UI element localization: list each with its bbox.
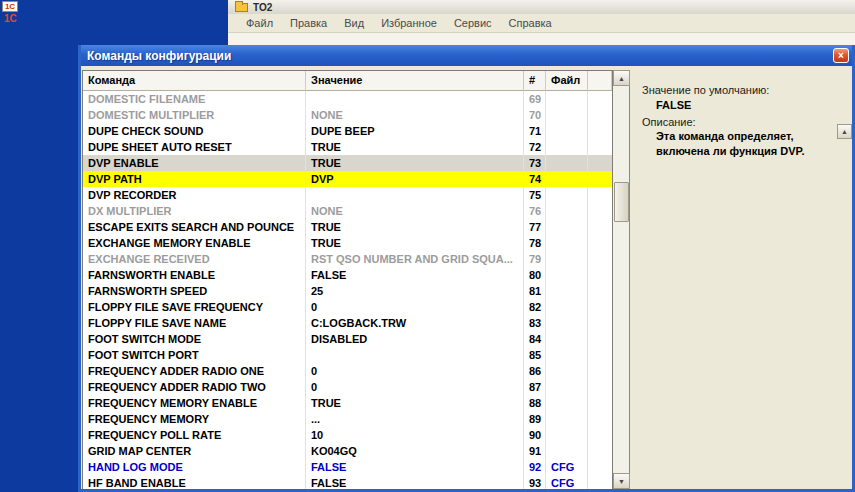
table-row[interactable]: DUPE CHECK SOUNDDUPE BEEP71 <box>83 123 612 139</box>
cell-filler <box>588 107 612 123</box>
cell-filler <box>588 171 612 187</box>
desktop-icon-1c[interactable]: 1С 1С <box>2 1 32 24</box>
cell-command: EXCHANGE RECEIVED <box>83 251 306 267</box>
cell-file <box>546 315 588 331</box>
table-row[interactable]: DVP PATHDVP74 <box>83 171 612 187</box>
table-row[interactable]: DX MULTIPLIERNONE76 <box>83 203 612 219</box>
cell-file <box>546 219 588 235</box>
cell-value: 0 <box>306 299 524 315</box>
column-header-file[interactable]: Файл <box>546 71 588 91</box>
cell-command: DOMESTIC FILENAME <box>83 91 306 107</box>
cell-number: 75 <box>524 187 546 203</box>
cell-number: 77 <box>524 219 546 235</box>
cell-command: FREQUENCY MEMORY <box>83 411 306 427</box>
cell-command: FARNSWORTH SPEED <box>83 283 306 299</box>
table-row[interactable]: FLOPPY FILE SAVE FREQUENCY082 <box>83 299 612 315</box>
menu-item-file[interactable]: Файл <box>246 17 273 29</box>
cell-command: HAND LOG MODE <box>83 459 306 475</box>
description-scroll-up-icon[interactable]: ▲ <box>837 124 852 139</box>
cell-command: FREQUENCY MEMORY ENABLE <box>83 395 306 411</box>
table-row[interactable]: FREQUENCY ADDER RADIO ONE086 <box>83 363 612 379</box>
cell-number: 81 <box>524 283 546 299</box>
cell-file <box>546 283 588 299</box>
table-row[interactable]: DUPE SHEET AUTO RESETTRUE72 <box>83 139 612 155</box>
menu-item-help[interactable]: Справка <box>509 17 552 29</box>
table-row[interactable]: FARNSWORTH SPEED2581 <box>83 283 612 299</box>
scroll-up-icon[interactable]: ▲ <box>613 70 630 86</box>
cell-filler <box>588 283 612 299</box>
table-row[interactable]: DVP RECORDER75 <box>83 187 612 203</box>
table-row[interactable]: FREQUENCY MEMORY ENABLETRUE88 <box>83 395 612 411</box>
dialog-titlebar[interactable]: Команды конфигурации × <box>81 45 852 66</box>
column-header-command[interactable]: Команда <box>83 71 306 91</box>
desktop: 1С 1С TO2 Файл Правка Вид Избранное Серв… <box>0 0 855 492</box>
cell-value: DISABLED <box>306 331 524 347</box>
menu-item-favorites[interactable]: Избранное <box>381 17 437 29</box>
table-row[interactable]: FLOPPY FILE SAVE NAMEC:LOGBACK.TRW83 <box>83 315 612 331</box>
default-value-label: Значение по умолчанию: <box>642 84 769 96</box>
table-row[interactable]: FOOT SWITCH MODEDISABLED84 <box>83 331 612 347</box>
cell-number: 92 <box>524 459 546 475</box>
cell-number: 84 <box>524 331 546 347</box>
table-row[interactable]: DVP ENABLETRUE73 <box>83 155 612 171</box>
table-row[interactable]: EXCHANGE RECEIVEDRST QSO NUMBER AND GRID… <box>83 251 612 267</box>
table-row[interactable]: EXCHANGE MEMORY ENABLETRUE78 <box>83 235 612 251</box>
scroll-down-icon[interactable]: ▼ <box>613 473 630 489</box>
cell-filler <box>588 267 612 283</box>
cell-number: 83 <box>524 315 546 331</box>
menu-item-view[interactable]: Вид <box>344 17 364 29</box>
column-header-number[interactable]: # <box>524 71 546 91</box>
cell-number: 91 <box>524 443 546 459</box>
explorer-title: TO2 <box>253 2 272 13</box>
cell-value: DUPE BEEP <box>306 123 524 139</box>
menu-item-tools[interactable]: Сервис <box>454 17 492 29</box>
cell-value: DVP <box>306 171 524 187</box>
table-row[interactable]: DOMESTIC FILENAME69 <box>83 91 612 107</box>
cell-command: DUPE CHECK SOUND <box>83 123 306 139</box>
cell-filler <box>588 331 612 347</box>
cell-number: 88 <box>524 395 546 411</box>
table-row[interactable]: GRID MAP CENTERKO04GQ91 <box>83 443 612 459</box>
close-icon[interactable]: × <box>833 48 849 63</box>
table-row[interactable]: FREQUENCY MEMORY...89 <box>83 411 612 427</box>
1c-app-icon: 1С <box>2 1 18 12</box>
cell-file <box>546 347 588 363</box>
cell-value: NONE <box>306 203 524 219</box>
config-commands-dialog: Команды конфигурации × Команда Значение … <box>78 45 855 492</box>
table-row[interactable]: FARNSWORTH ENABLEFALSE80 <box>83 267 612 283</box>
details-panel: Значение по умолчанию: FALSE Описание: Э… <box>634 66 852 489</box>
menu-item-edit[interactable]: Правка <box>290 17 327 29</box>
cell-number: 72 <box>524 139 546 155</box>
table-row[interactable]: FREQUENCY POLL RATE1090 <box>83 427 612 443</box>
table-header: Команда Значение # Файл <box>83 71 612 91</box>
cell-file <box>546 91 588 107</box>
desktop-icon-label: 1С <box>2 13 32 24</box>
scrollbar-thumb[interactable] <box>614 182 629 222</box>
cell-value: 25 <box>306 283 524 299</box>
cell-command: HF BAND ENABLE <box>83 475 306 489</box>
cell-value: C:LOGBACK.TRW <box>306 315 524 331</box>
cell-value <box>306 187 524 203</box>
cell-number: 93 <box>524 475 546 489</box>
table-row[interactable]: HAND LOG MODEFALSE92CFG <box>83 459 612 475</box>
column-header-value[interactable]: Значение <box>306 71 524 91</box>
cell-file <box>546 443 588 459</box>
table-row[interactable]: FOOT SWITCH PORT85 <box>83 347 612 363</box>
cell-value: RST QSO NUMBER AND GRID SQUA... <box>306 251 524 267</box>
cell-file <box>546 395 588 411</box>
explorer-titlebar[interactable]: TO2 <box>228 0 855 14</box>
table-body: DOMESTIC FILENAME69DOMESTIC MULTIPLIERNO… <box>83 91 612 489</box>
table-row[interactable]: ESCAPE EXITS SEARCH AND POUNCETRUE77 <box>83 219 612 235</box>
cell-number: 90 <box>524 427 546 443</box>
cell-file <box>546 139 588 155</box>
table-scrollbar[interactable]: ▲ ▼ <box>613 70 630 489</box>
cell-value: TRUE <box>306 155 524 171</box>
cell-file <box>546 299 588 315</box>
cell-filler <box>588 411 612 427</box>
table-row[interactable]: FREQUENCY ADDER RADIO TWO087 <box>83 379 612 395</box>
cell-number: 86 <box>524 363 546 379</box>
cell-command: DOMESTIC MULTIPLIER <box>83 107 306 123</box>
table-row[interactable]: DOMESTIC MULTIPLIERNONE70 <box>83 107 612 123</box>
cell-file <box>546 379 588 395</box>
table-row[interactable]: HF BAND ENABLEFALSE93CFG <box>83 475 612 489</box>
